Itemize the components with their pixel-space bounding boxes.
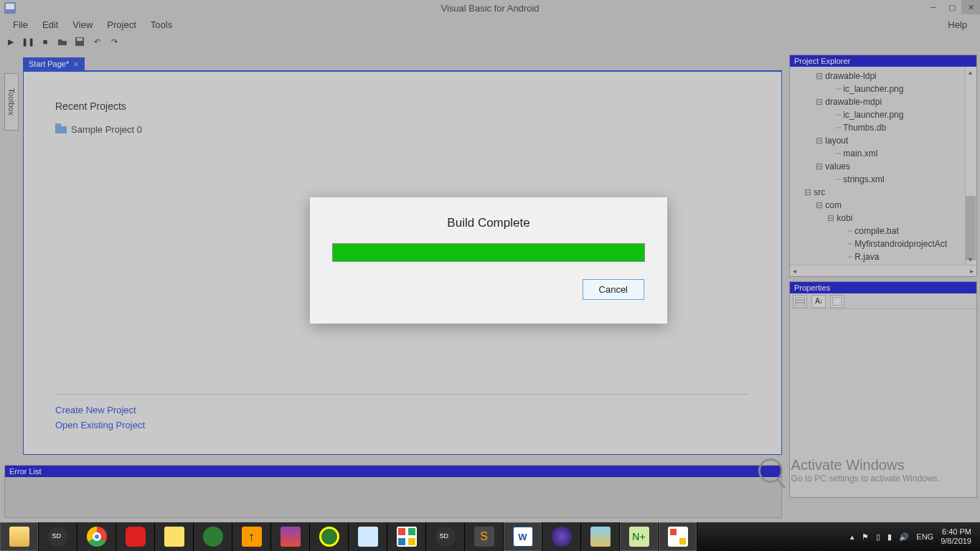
tree-node[interactable]: com — [825, 200, 842, 210]
taskbar-vb-android[interactable] — [659, 522, 697, 551]
dialog-title: Build Complete — [447, 216, 529, 230]
tree-node[interactable]: ic_launcher.png — [843, 84, 903, 94]
scroll-right-icon[interactable]: ▸ — [970, 267, 974, 275]
scroll-left-icon[interactable]: ◂ — [793, 267, 796, 275]
taskbar-sticky-notes[interactable] — [155, 522, 194, 551]
taskbar-sd-app[interactable]: SD — [39, 522, 77, 551]
recent-project-item[interactable]: Sample Project 0 — [55, 123, 750, 136]
tree-node[interactable]: strings.xml — [843, 174, 884, 184]
svg-rect-1 — [6, 4, 14, 9]
pause-icon[interactable]: ❚❚ — [23, 37, 33, 47]
taskbar-notepad[interactable] — [349, 522, 387, 551]
tree-node[interactable]: drawable-ldpi — [825, 71, 876, 81]
svg-rect-5 — [55, 123, 61, 126]
menu-help[interactable]: Help — [941, 17, 974, 32]
tree-node[interactable]: ic_launcher.png — [843, 110, 903, 120]
menu-edit[interactable]: Edit — [35, 17, 65, 32]
menu-view[interactable]: View — [65, 17, 100, 32]
taskbar-notepadpp[interactable]: N+ — [620, 522, 659, 551]
system-tray[interactable]: ▴ ⚑ ▯ ▮ 🔊 ENG 6:40 PM 9/8/2019 — [844, 527, 980, 546]
taskbar-sublime[interactable]: S — [465, 522, 504, 551]
open-existing-project-link[interactable]: Open Existing Project — [55, 420, 750, 430]
divider — [55, 394, 750, 395]
tree-node[interactable]: drawable-mdpi — [825, 97, 882, 107]
menu-tools[interactable]: Tools — [143, 17, 179, 32]
menu-project[interactable]: Project — [100, 17, 143, 32]
properties-toolbar: A↓ — [790, 293, 976, 309]
project-icon — [55, 123, 67, 136]
toolbar: ▶ ❚❚ ■ ↶ ↷ — [0, 33, 980, 50]
taskbar-image-viewer[interactable] — [581, 522, 620, 551]
toolbox-tab[interactable]: Toolbox — [4, 73, 19, 131]
recent-project-label: Sample Project 0 — [71, 124, 142, 135]
taskbar-chrome[interactable] — [77, 522, 116, 551]
tab-start-page[interactable]: Start Page* ✕ — [23, 57, 85, 70]
save-icon[interactable] — [75, 37, 85, 47]
scroll-thumb[interactable] — [966, 196, 976, 260]
scrollbar-vertical[interactable]: ▴ ▾ — [965, 67, 976, 265]
progress-bar — [332, 243, 645, 262]
property-pages-icon[interactable] — [830, 295, 844, 308]
tree-node[interactable]: src — [814, 187, 825, 197]
scrollbar-horizontal[interactable]: ◂ ▸ — [790, 265, 976, 276]
menu-file[interactable]: File — [6, 17, 35, 32]
undo-icon[interactable]: ↶ — [92, 37, 102, 47]
tree-node[interactable]: Thumbs.db — [843, 123, 886, 133]
taskbar-idm[interactable] — [310, 522, 349, 551]
tray-network-icon[interactable]: ▯ — [876, 532, 880, 542]
cancel-button[interactable]: Cancel — [583, 279, 644, 300]
scroll-down-icon[interactable]: ▾ — [969, 255, 972, 263]
tree-node[interactable]: compile.bat — [854, 226, 898, 236]
create-new-project-link[interactable]: Create New Project — [55, 405, 750, 415]
maximize-button[interactable]: ▢ — [943, 0, 961, 14]
tab-close-icon[interactable]: ✕ — [73, 60, 79, 68]
magnifier-icon — [758, 458, 783, 483]
run-icon[interactable]: ▶ — [6, 37, 16, 47]
minimize-button[interactable]: ─ — [924, 0, 943, 14]
categorized-icon[interactable] — [793, 295, 807, 308]
svg-rect-6 — [795, 297, 805, 306]
tray-battery-icon[interactable]: ▮ — [887, 532, 892, 542]
project-explorer-tree[interactable]: ⊟ drawable-ldpi ┈ ic_launcher.png ⊟ draw… — [790, 67, 976, 276]
tree-node[interactable]: kobi — [837, 213, 852, 223]
svg-rect-10 — [398, 528, 405, 535]
taskbar-tiles-app[interactable] — [387, 522, 426, 551]
tray-volume-icon[interactable]: 🔊 — [899, 532, 909, 542]
scroll-up-icon[interactable]: ▴ — [969, 68, 972, 76]
taskbar[interactable]: SD ↑ SD S W N+ ▴ ⚑ ▯ ▮ 🔊 ENG 6:40 PM 9/8… — [0, 522, 980, 551]
menubar: File Edit View Project Tools Help — [0, 16, 980, 33]
tree-node[interactable]: MyfirstandroidprojectAct — [854, 239, 947, 249]
svg-rect-3 — [77, 38, 83, 41]
tree-node[interactable]: layout — [825, 136, 848, 146]
taskbar-eclipse[interactable] — [542, 522, 581, 551]
taskbar-torrent[interactable] — [194, 522, 232, 551]
activate-windows-watermark: Activate Windows Go to PC settings to ac… — [758, 457, 940, 484]
alphabetical-icon[interactable]: A↓ — [811, 295, 826, 308]
open-icon[interactable] — [57, 37, 67, 47]
window-title: Visual Basic for Android — [440, 3, 539, 14]
tray-flag-icon[interactable]: ⚑ — [862, 532, 869, 542]
watermark-line1: Activate Windows — [791, 457, 940, 474]
tree-node[interactable]: values — [825, 161, 850, 171]
tray-clock[interactable]: 6:40 PM 9/8/2019 — [941, 527, 974, 546]
taskbar-opera[interactable] — [116, 522, 155, 551]
tray-date: 9/8/2019 — [941, 537, 971, 546]
taskbar-word[interactable]: W — [504, 522, 542, 551]
taskbar-file-explorer[interactable] — [0, 522, 39, 551]
taskbar-sd-app-2[interactable]: SD — [426, 522, 465, 551]
svg-rect-4 — [55, 126, 67, 133]
app-window: Visual Basic for Android ─ ▢ ✕ File Edit… — [0, 0, 980, 522]
svg-rect-12 — [398, 538, 405, 545]
taskbar-upload-app[interactable]: ↑ — [232, 522, 271, 551]
tray-language[interactable]: ENG — [916, 532, 933, 541]
tree-node[interactable]: main.xml — [843, 149, 877, 159]
taskbar-winrar[interactable] — [271, 522, 310, 551]
tree-node[interactable]: R.java — [854, 252, 879, 262]
close-button[interactable]: ✕ — [961, 0, 980, 14]
tray-expand-icon[interactable]: ▴ — [850, 532, 854, 542]
redo-icon[interactable]: ↷ — [109, 37, 119, 47]
stop-icon[interactable]: ■ — [40, 37, 50, 47]
svg-rect-11 — [408, 528, 415, 535]
project-explorer-header: Project Explorer — [790, 55, 976, 67]
project-explorer-panel: Project Explorer ⊟ drawable-ldpi ┈ ic_la… — [789, 55, 977, 277]
